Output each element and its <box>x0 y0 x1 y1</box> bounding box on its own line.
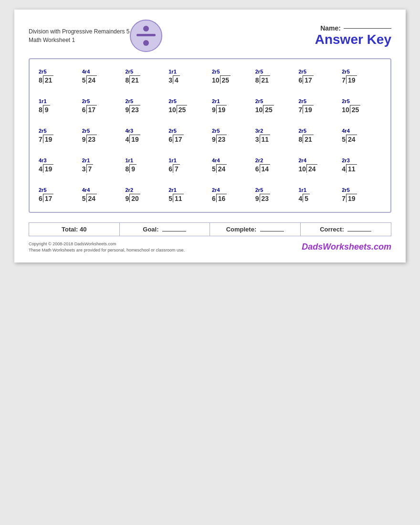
problem-24: 4r4524 <box>340 128 383 143</box>
divisor-19: 4 <box>126 136 129 143</box>
dividend-3: 21 <box>131 76 139 84</box>
dividend-wrap-26: 7 <box>86 164 94 173</box>
header: Division with Progressive Remainders 5 M… <box>29 19 391 52</box>
answer-38: 2r5 <box>255 187 263 193</box>
dividend-6: 21 <box>262 76 269 84</box>
brand-suffix: .com <box>371 242 391 252</box>
answer-3: 2r5 <box>126 69 134 74</box>
division-problem-14: 1025 <box>255 105 274 114</box>
problem-7: 2r5617 <box>297 69 340 84</box>
dividend-wrap-20: 17 <box>173 135 184 143</box>
dividend-wrap-27: 9 <box>129 164 136 173</box>
divisor-20: 6 <box>168 136 172 143</box>
dividend-17: 19 <box>45 136 52 143</box>
answer-20: 2r5 <box>168 128 177 134</box>
dividend-wrap-40: 19 <box>346 194 357 202</box>
dividend-wrap-31: 24 <box>306 164 317 173</box>
division-problem-10: 617 <box>82 105 97 114</box>
complete-underline <box>260 231 284 231</box>
answer-39: 1r1 <box>299 187 307 193</box>
dividend-18: 23 <box>88 136 96 143</box>
problem-8: 2r5719 <box>340 69 383 84</box>
division-problem-35: 920 <box>126 194 140 202</box>
dividend-32: 11 <box>348 165 356 173</box>
divisor-32: 4 <box>342 165 346 173</box>
answer-30: 2r2 <box>255 158 263 163</box>
division-problem-7: 617 <box>299 75 314 84</box>
answer-4: 1r1 <box>168 69 177 74</box>
divisor-31: 10 <box>299 165 306 173</box>
divisor-6: 8 <box>255 76 259 84</box>
division-problem-25: 419 <box>39 164 53 173</box>
name-label: Name: <box>320 24 341 32</box>
problem-35: 2r2920 <box>124 187 167 202</box>
divisor-18: 9 <box>82 136 86 143</box>
dividend-10: 17 <box>88 106 96 114</box>
divisor-24: 5 <box>342 136 346 143</box>
dividend-21: 23 <box>218 136 226 143</box>
division-problem-24: 524 <box>342 135 357 143</box>
divisor-7: 6 <box>299 76 303 84</box>
division-problem-34: 524 <box>82 194 97 202</box>
answer-18: 2r5 <box>82 128 90 134</box>
name-line: Name: <box>172 24 391 32</box>
svg-point-2 <box>143 26 149 32</box>
divisor-25: 4 <box>39 165 42 173</box>
copyright-line2: These Math Worksheets are provided for p… <box>29 247 185 253</box>
answer-5: 2r5 <box>212 69 220 74</box>
answer-12: 2r5 <box>168 98 177 104</box>
problem-37: 2r4616 <box>210 187 253 202</box>
dividend-7: 17 <box>304 76 312 84</box>
division-problem-29: 524 <box>212 164 227 173</box>
dividend-wrap-1: 21 <box>43 75 54 84</box>
dividend-wrap-29: 24 <box>216 164 227 173</box>
divisor-1: 8 <box>39 76 42 84</box>
dividend-wrap-34: 24 <box>86 194 97 202</box>
divisor-26: 3 <box>82 165 86 173</box>
problem-13: 2r1919 <box>210 98 253 114</box>
footer-complete: Complete: <box>210 223 301 236</box>
answer-22: 3r2 <box>255 128 263 134</box>
divisor-38: 9 <box>255 195 259 202</box>
footer-correct: Correct: <box>301 223 391 236</box>
dividend-14: 25 <box>265 106 273 114</box>
name-underline <box>344 28 391 29</box>
problem-33: 2r5617 <box>37 187 80 202</box>
answer-34: 4r4 <box>82 187 90 193</box>
division-problem-33: 617 <box>39 194 53 202</box>
divisor-10: 6 <box>82 106 86 114</box>
title-line2: Math Worksheet 1 <box>29 36 129 44</box>
title-line1: Division with Progressive Remainders 5 <box>29 27 129 36</box>
division-problem-28: 67 <box>168 164 180 173</box>
divisor-13: 9 <box>212 106 216 114</box>
divisor-3: 8 <box>126 76 129 84</box>
dividend-wrap-21: 23 <box>216 135 227 143</box>
dividend-37: 16 <box>218 195 226 202</box>
division-problem-15: 719 <box>299 105 314 114</box>
division-problem-6: 821 <box>255 75 270 84</box>
brand-text: Dads <box>302 242 323 252</box>
problem-5: 2r51025 <box>210 69 253 84</box>
division-problem-11: 923 <box>126 105 140 114</box>
dividend-12: 25 <box>178 106 186 114</box>
problem-18: 2r5923 <box>80 128 124 143</box>
divisor-21: 9 <box>212 136 216 143</box>
correct-underline <box>347 231 371 231</box>
answer-25: 4r3 <box>39 158 47 163</box>
problem-25: 4r3419 <box>37 158 80 173</box>
answer-35: 2r2 <box>126 187 134 193</box>
divisor-39: 4 <box>299 195 303 202</box>
divisor-14: 10 <box>255 106 263 114</box>
divisor-9: 8 <box>39 106 42 114</box>
copyright-text: Copyright © 2008-2018 DadsWorksheets.com… <box>29 241 185 253</box>
problems-grid: 2r58214r45242r58211r1342r510252r58212r56… <box>37 69 383 202</box>
divisor-29: 5 <box>212 165 216 173</box>
dividend-9: 9 <box>45 106 49 114</box>
problem-15: 2r5719 <box>297 98 340 114</box>
problem-10: 2r5617 <box>80 98 124 114</box>
dividend-wrap-12: 25 <box>177 105 188 114</box>
worksheet-border: 2r58214r45242r58211r1342r510252r58212r56… <box>29 58 391 213</box>
division-problem-19: 419 <box>126 135 140 143</box>
dividend-25: 19 <box>45 165 52 173</box>
problem-31: 2r41024 <box>297 158 340 173</box>
